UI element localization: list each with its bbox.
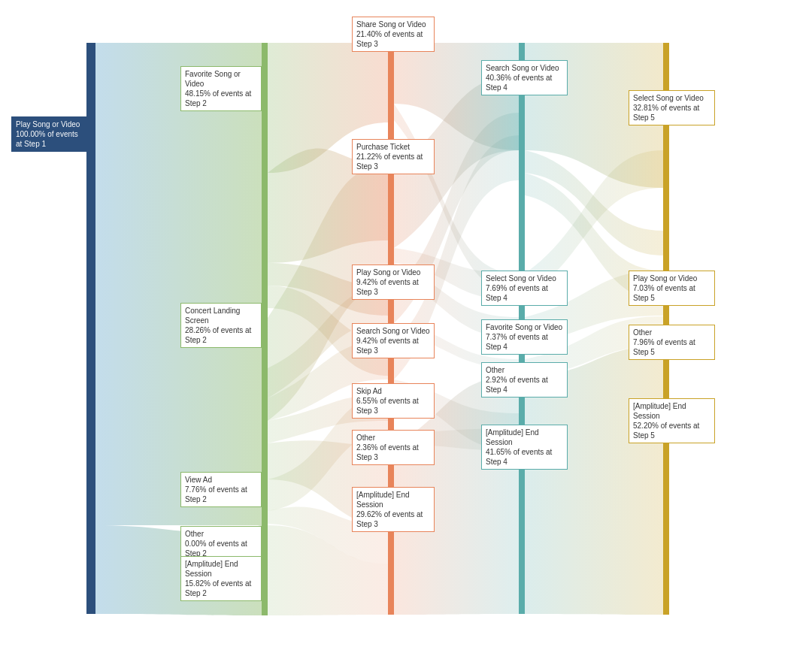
node-label: Search Song or Video [356,327,430,335]
node-label: Other [356,434,375,442]
node-step2-fav: Favorite Song or Video 48.15% of events … [180,66,262,111]
bar-step2-fav [262,43,268,318]
node-pct: 7.76% of events at Step 2 [185,485,247,503]
node-step4-search: Search Song or Video 40.36% of events at… [481,60,568,95]
node-pct: 40.36% of events at Step 4 [486,74,552,92]
node-pct: 7.03% of events at Step 5 [633,284,695,302]
node-label: [Amplitude] End Session [356,491,410,509]
node-label: Share Song or Video [356,20,426,29]
node-pct: 21.22% of events at Step 3 [356,153,423,171]
node-label: Other [633,328,652,337]
node-step5-end: [Amplitude] End Session 52.20% of events… [629,398,715,443]
node-step4-fav: Favorite Song or Video 7.37% of events a… [481,319,568,355]
bar-step2-other [262,524,268,525]
node-step2-end: [Amplitude] End Session 15.82% of events… [180,556,262,601]
node-label: Favorite Song or Video [185,70,241,88]
node-pct: 15.82% of events at Step 2 [185,579,251,597]
node-step5-play: Play Song or Video 7.03% of events at St… [629,271,715,306]
bar-step2-end [262,525,268,615]
node-label: Select Song or Video [486,274,556,283]
node-label: [Amplitude] End Session [633,402,686,420]
node-pct: 2.36% of events at Step 3 [356,443,419,461]
node-label: Other [486,366,504,374]
node-pct: 21.40% of events at Step 3 [356,30,423,48]
node-step3-end: [Amplitude] End Session 29.62% of events… [352,487,435,532]
node-pct: 28.26% of events at Step 2 [185,326,251,344]
node-label: Other [185,530,204,538]
sankey-diagram: Play Song or Video 100.00% of events at … [0,0,812,659]
bar-step4-end [519,376,525,614]
bar-step5-play [663,231,669,271]
node-label: Skip Ad [356,387,382,395]
node-pct: 2.92% of events at Step 4 [486,376,548,394]
node-label: Search Song or Video [486,64,559,72]
node-step3-purchase: Purchase Ticket 21.22% of events at Step… [352,139,435,174]
bar-step2-viewad [262,479,268,524]
node-pct: 9.42% of events at Step 3 [356,278,419,296]
node-pct: 7.69% of events at Step 4 [486,284,548,302]
node-step3-search: Search Song or Video 9.42% of events at … [352,323,435,358]
node-step2-concert: Concert Landing Screen 28.26% of events … [180,303,262,348]
node-step3-play: Play Song or Video 9.42% of events at St… [352,265,435,300]
node-label: Play Song or Video [356,268,420,277]
node-pct: 6.55% of events at Step 3 [356,397,419,415]
node-label: Select Song or Video [633,94,704,102]
node-pct: 0.00% of events at Step 2 [185,540,247,558]
node-label: Play Song or Video [633,274,697,283]
bar-step2-concert [262,318,268,479]
node-label: [Amplitude] End Session [185,560,238,578]
node-step4-other: Other 2.92% of events at Step 4 [481,362,568,398]
node-pct: 7.37% of events at Step 4 [486,333,548,351]
node-step3-skip: Skip Ad 6.55% of events at Step 3 [352,383,435,419]
node-pct: 52.20% of events at Step 5 [633,422,699,440]
node-step2-viewad: View Ad 7.76% of events at Step 2 [180,472,262,507]
node-step5-select: Select Song or Video 32.81% of events at… [629,90,715,125]
node-label: Purchase Ticket [356,143,410,151]
node-pct: 100.00% of events at Step 1 [16,130,78,148]
node-label: Favorite Song or Video [486,323,562,331]
node-pct: 41.65% of events at Step 4 [486,448,552,466]
node-step4-select: Select Song or Video 7.69% of events at … [481,271,568,306]
node-label: Concert Landing Screen [185,307,240,325]
node-step4-end: [Amplitude] End Session 41.65% of events… [481,425,568,470]
flow-s1-other [95,524,262,525]
bar-step5-select [663,43,669,231]
node-label: View Ad [185,476,212,484]
node-pct: 32.81% of events at Step 5 [633,104,699,122]
node-pct: 9.42% of events at Step 3 [356,337,419,355]
node-label: Play Song or Video [16,120,80,128]
node-step3-share: Share Song or Video 21.40% of events at … [352,17,435,52]
node-step3-other: Other 2.36% of events at Step 3 [352,430,435,465]
node-step5-other: Other 7.96% of events at Step 5 [629,325,715,360]
node-label: [Amplitude] End Session [486,428,539,446]
bar-step5-end [663,316,669,615]
node-pct: 29.62% of events at Step 3 [356,510,423,528]
node-step1-play: Play Song or Video 100.00% of events at … [11,116,88,152]
node-pct: 48.15% of events at Step 2 [185,89,251,107]
node-pct: 7.96% of events at Step 5 [633,338,695,356]
